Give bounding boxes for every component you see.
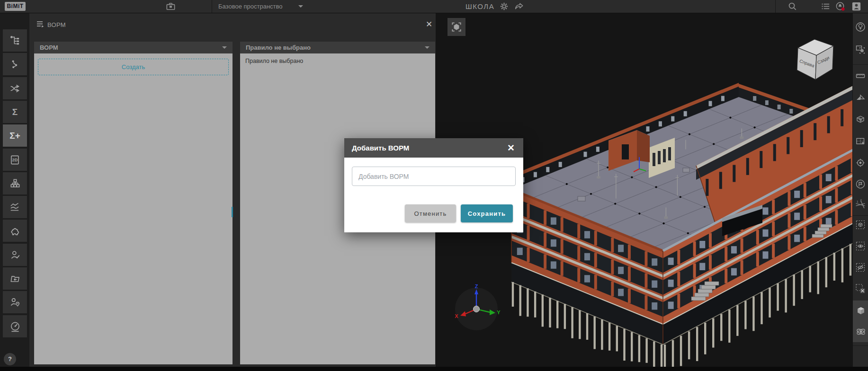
axis-intersections-icon[interactable]: 1 2 [855,199,866,210]
topbar-divider [212,0,212,13]
clear-selection-icon[interactable] [855,283,866,294]
vorm-dropdown[interactable]: ВОРМ [34,42,233,53]
node-link-icon [9,58,21,71]
puzzle-icon [9,225,21,237]
hide-eye-icon[interactable] [855,262,866,273]
gizmo-z-label: Z [475,284,478,289]
view-cube-icon [855,305,867,317]
vorm-name-input[interactable] [352,167,516,186]
toolbar-button-model-tree[interactable] [3,29,27,52]
topbar-divider [775,0,776,13]
model-tree-icon [9,35,21,47]
rule-dropdown[interactable]: Правило не выбрано [240,42,435,53]
svg-text:2D: 2D [12,158,18,162]
toolbar-button-2d-view[interactable]: 2D [3,149,27,171]
app-logo[interactable]: BiMiT [5,2,26,11]
target-locate-icon[interactable] [855,157,866,168]
orbit-3d-icon [855,326,867,337]
dialog-title: Добавить ВОРМ [352,138,409,158]
toolbar-button-structure-chart[interactable] [3,172,27,194]
workspace-dropdown[interactable]: Базовое пространство [218,0,283,13]
toolbar-button-folder-share[interactable] [3,267,27,290]
toolbar-button-sigma[interactable]: Σ [3,101,27,123]
toolbar-separator [853,345,868,346]
folder-share-icon [9,273,21,285]
user-location-icon [9,296,21,309]
region-select-icon[interactable] [855,44,866,55]
right-toolbar: 1 2 [852,13,868,367]
column-resize-handle[interactable] [232,207,233,217]
toolbar-separator [853,215,868,216]
fit-to-view-button[interactable] [447,18,465,36]
chevron-down-icon [425,46,430,49]
help-button[interactable]: ? [4,353,16,365]
settings-gear-icon[interactable] [499,1,510,12]
chevron-down-icon [222,46,227,49]
toolbar-button-sigma-add[interactable]: Σ+ [3,124,27,147]
svg-text:1: 1 [857,200,859,203]
section-cube-icon[interactable] [855,114,866,125]
left-toolbar: Σ Σ+ 2D [0,13,29,367]
isolate-box-icon[interactable] [855,219,866,230]
2d-view-icon: 2D [9,154,21,166]
cancel-button[interactable]: Отменить [405,204,456,222]
show-eye-icon[interactable] [855,240,866,252]
top-bar: BiMiT Базовое пространство ШКОЛА [0,0,868,13]
structure-chart-icon [9,177,21,190]
navigation-cube[interactable]: Справа Сзади [792,35,839,81]
ruler-icon[interactable] [855,70,866,81]
menu-list-icon[interactable] [820,1,831,12]
toolbar-button-gauge[interactable] [3,315,27,337]
toolbar-button-user-check[interactable] [3,244,27,266]
toolbar-separator [853,64,868,65]
gauge-icon [9,320,21,333]
toolbar-button-trend-chart[interactable] [3,196,27,218]
user-check-icon [9,249,21,261]
vorm-dropdown-label: ВОРМ [40,42,58,53]
share-icon[interactable] [514,1,525,12]
axis-gizmo[interactable]: Z X Y [451,284,501,334]
dialog-header: Добавить ВОРМ ✕ [344,138,523,158]
dialog-close-button[interactable]: ✕ [505,142,517,154]
view-cube-button[interactable] [853,300,868,321]
rule-empty-text: Правило не выбрано [245,58,303,64]
svg-text:2: 2 [860,199,862,202]
tree-view-icon[interactable] [855,21,866,33]
panel-title: ВОРМ [47,21,66,28]
bimit-app: Справа Сзади Z X Y BiMiT [0,0,868,371]
project-title: ШКОЛА [465,0,494,13]
panel-menu-icon[interactable] [36,19,46,30]
chevron-down-icon [298,5,303,8]
add-vorm-dialog: Добавить ВОРМ ✕ Отменить Сохранить [344,138,523,232]
sigma-icon: Σ [12,107,18,117]
panel-close-button[interactable]: ✕ [423,19,435,30]
focus-hexagon-icon [450,21,463,33]
flag-marker-icon[interactable] [855,178,866,190]
gizmo-x-label: X [455,313,458,319]
floor-plan-icon[interactable] [855,135,866,147]
crossing-arrows-icon [9,82,21,95]
gizmo-y-label: Y [497,309,501,315]
orbit-3d-button[interactable] [853,321,868,342]
trend-chart-icon [9,201,21,213]
create-vorm-button[interactable]: Создать [38,59,229,75]
vorm-column: ВОРМ Создать [34,42,233,364]
search-icon[interactable] [787,1,798,12]
save-button[interactable]: Сохранить [461,204,513,222]
briefcase-icon[interactable] [165,1,176,12]
sigma-add-icon: Σ+ [9,131,20,141]
bottom-strip [0,367,868,371]
toolbar-button-user-location[interactable] [3,291,27,313]
toolbar-button-puzzle-plugin[interactable] [3,220,27,242]
toolbar-button-crossing-arrows[interactable] [3,77,27,99]
toolbar-button-node-link[interactable] [3,53,27,75]
user-avatar-icon[interactable] [851,1,862,12]
notifications-bell-icon[interactable] [835,1,846,12]
rule-dropdown-label: Правило не выбрано [246,42,311,53]
flip-flash-icon[interactable] [855,92,866,103]
